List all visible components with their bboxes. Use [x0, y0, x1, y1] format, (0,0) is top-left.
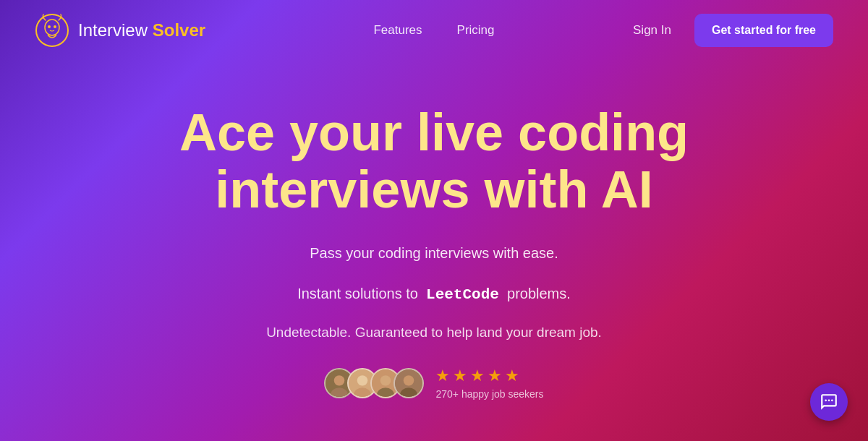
chat-icon	[820, 393, 838, 411]
avatar-4	[393, 368, 424, 398]
svg-point-16	[825, 400, 827, 402]
hero-subtitle-line1: Pass your coding interviews with ease.	[310, 241, 558, 265]
nav-features[interactable]: Features	[373, 23, 422, 38]
rating-block: ★ ★ ★ ★ ★ 270+ happy job seekers	[435, 367, 543, 400]
nav-right: Sign In Get started for free	[633, 14, 833, 47]
navbar: Interview Solver Features Pricing Sign I…	[0, 0, 868, 61]
svg-point-8	[357, 375, 367, 385]
brand-name: Interview Solver	[78, 20, 205, 40]
get-started-button[interactable]: Get started for free	[694, 14, 833, 47]
svg-point-2	[48, 25, 51, 28]
avatars	[324, 368, 424, 398]
chat-support-button[interactable]	[810, 383, 848, 421]
stars: ★ ★ ★ ★ ★	[435, 367, 519, 385]
svg-point-5	[334, 375, 344, 385]
star-4: ★	[488, 367, 502, 385]
star-1: ★	[435, 367, 450, 385]
hero-section: Ace your live coding interviews with AI …	[0, 61, 868, 429]
svg-point-11	[380, 375, 391, 385]
hero-subtitle-line2: Instant solutions to LeetCode problems.	[297, 282, 571, 307]
logo-icon	[35, 13, 69, 48]
nav-center: Features Pricing	[373, 23, 494, 38]
svg-point-1	[45, 20, 59, 35]
nav-pricing[interactable]: Pricing	[457, 23, 495, 38]
star-5: ★	[505, 367, 519, 385]
svg-point-3	[54, 25, 56, 28]
social-proof: ★ ★ ★ ★ ★ 270+ happy job seekers	[324, 367, 543, 400]
hero-title: Ace your live coding interviews with AI	[179, 104, 689, 218]
star-2: ★	[453, 367, 467, 385]
svg-point-14	[404, 375, 414, 385]
star-3: ★	[470, 367, 485, 385]
hero-guarantee: Undetectable. Guaranteed to help land yo…	[266, 325, 602, 341]
logo-link[interactable]: Interview Solver	[35, 13, 205, 48]
happy-count: 270+ happy job seekers	[435, 388, 543, 400]
sign-in-link[interactable]: Sign In	[633, 23, 671, 38]
leetcode-brand: LeetCode	[426, 286, 499, 303]
svg-point-17	[828, 400, 830, 402]
svg-point-18	[831, 400, 833, 402]
